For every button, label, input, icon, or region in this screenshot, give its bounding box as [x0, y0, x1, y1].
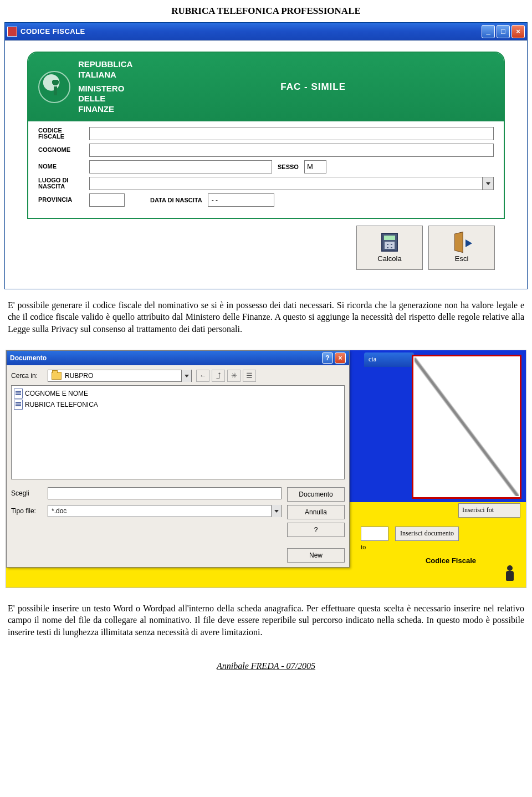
- dob-label: DATA DI NASCITA: [145, 197, 208, 203]
- file-toolbar: ← ⮥ ✳ ☰: [196, 370, 256, 382]
- bg-field[interactable]: [361, 527, 388, 541]
- folder-name: RUBPRO: [65, 372, 181, 380]
- nome-input[interactable]: [89, 160, 272, 173]
- inserisci-documento-button[interactable]: Inserisci documento: [395, 527, 459, 541]
- file-item[interactable]: COGNOME E NOME: [14, 388, 342, 399]
- doc-icon: [14, 400, 23, 410]
- documento-dialog: Documento ? × Cerca in: RUBPRO ← ⮥ ✳ ☰: [6, 350, 350, 568]
- card-fields: CODICEFISCALE COGNOME NOME SESSO M: [28, 121, 504, 218]
- paragraph-2: E' possibile inserire un testo Word o Wo…: [0, 592, 532, 648]
- cerca-in-combo[interactable]: RUBPRO: [48, 370, 192, 382]
- cerca-in-label: Cerca in:: [11, 372, 48, 380]
- codice-fiscale-window: CODICE FISCALE _ □ × REPUBBLICA ITALIANA…: [4, 22, 528, 289]
- dob-input[interactable]: - -: [208, 193, 274, 207]
- annulla-button[interactable]: Annulla: [287, 505, 345, 519]
- document-footer: Annibale FREDA - 07/2005: [0, 648, 532, 677]
- luogo-label: LUOGO DINASCITA: [38, 177, 89, 190]
- cognome-label: COGNOME: [38, 147, 89, 153]
- scegli-label: Scegli: [11, 489, 48, 497]
- file-item[interactable]: RUBRICA TELEFONICA: [14, 399, 342, 410]
- maximize-button[interactable]: □: [497, 25, 510, 38]
- dialog-help-button[interactable]: ?: [322, 352, 333, 364]
- back-button[interactable]: ←: [196, 370, 209, 382]
- documento-button[interactable]: Documento: [287, 487, 345, 502]
- codice-fiscale-label: CODICEFISCALE: [38, 127, 89, 140]
- folder-icon: [52, 372, 62, 380]
- cognome-input[interactable]: [89, 144, 494, 157]
- ministry-text: REPUBBLICA ITALIANA MINISTERO DELLE FINA…: [78, 59, 132, 115]
- inserisci-foto-button[interactable]: Inserisci fot: [458, 503, 520, 518]
- luogo-dropdown-button[interactable]: [483, 177, 494, 190]
- tipo-dropdown-icon[interactable]: [271, 505, 281, 517]
- tab-cia[interactable]: cia: [364, 352, 414, 367]
- new-folder-button[interactable]: ✳: [227, 370, 241, 382]
- codice-fiscale-bg-label: Codice Fiscale: [426, 556, 476, 565]
- doc-icon: [14, 389, 23, 398]
- sesso-label: SESSO: [272, 164, 304, 170]
- titlebar[interactable]: CODICE FISCALE _ □ ×: [5, 23, 527, 40]
- views-button[interactable]: ☰: [243, 370, 256, 382]
- photo-frame: [412, 355, 521, 499]
- sesso-input[interactable]: M: [304, 160, 326, 173]
- window-title: CODICE FISCALE: [21, 27, 480, 35]
- action-buttons: Calcola Esci: [27, 219, 505, 272]
- combo-dropdown-icon[interactable]: [181, 370, 191, 382]
- app-icon: [7, 27, 17, 37]
- nome-label: NOME: [38, 164, 89, 170]
- calcola-button[interactable]: Calcola: [356, 226, 423, 270]
- document-header: RUBRICA TELEFONICA PROFESSIONALE: [0, 0, 532, 22]
- paragraph-1: E' possibile generare il codice fiscale …: [0, 289, 532, 345]
- tipo-file-label: Tipo file:: [11, 507, 48, 515]
- dialog-title: Documento: [10, 354, 47, 362]
- codice-fiscale-input[interactable]: [89, 127, 494, 140]
- file-dialog-screenshot: cia Inserisci fot Inserisci documento to…: [6, 350, 526, 588]
- dialog-titlebar[interactable]: Documento ? ×: [7, 351, 349, 365]
- luogo-input[interactable]: [89, 177, 483, 190]
- esci-button[interactable]: Esci: [428, 226, 495, 270]
- card-header: REPUBBLICA ITALIANA MINISTERO DELLE FINA…: [28, 53, 504, 121]
- minimize-button[interactable]: _: [482, 25, 495, 38]
- scegli-input[interactable]: [48, 487, 282, 499]
- provincia-label: PROVINCIA: [38, 197, 89, 203]
- codice-fiscale-card: REPUBBLICA ITALIANA MINISTERO DELLE FINA…: [27, 52, 505, 219]
- provincia-input[interactable]: [89, 193, 125, 207]
- help-button[interactable]: ?: [287, 523, 345, 537]
- tipo-file-combo[interactable]: *.doc: [48, 505, 282, 517]
- person-icon: [503, 565, 517, 583]
- dialog-close-button[interactable]: ×: [335, 352, 346, 364]
- emblem-icon: [38, 71, 70, 103]
- up-button[interactable]: ⮥: [212, 370, 225, 382]
- file-list[interactable]: COGNOME E NOME RUBRICA TELEFONICA: [11, 385, 345, 479]
- new-button[interactable]: New: [287, 548, 345, 563]
- fac-simile-label: FAC - SIMILE: [132, 81, 494, 93]
- window-body: REPUBBLICA ITALIANA MINISTERO DELLE FINA…: [5, 40, 527, 289]
- calculator-icon: [378, 232, 401, 252]
- tag-to: to: [361, 543, 366, 551]
- close-button[interactable]: ×: [511, 25, 525, 38]
- exit-icon: [451, 232, 473, 252]
